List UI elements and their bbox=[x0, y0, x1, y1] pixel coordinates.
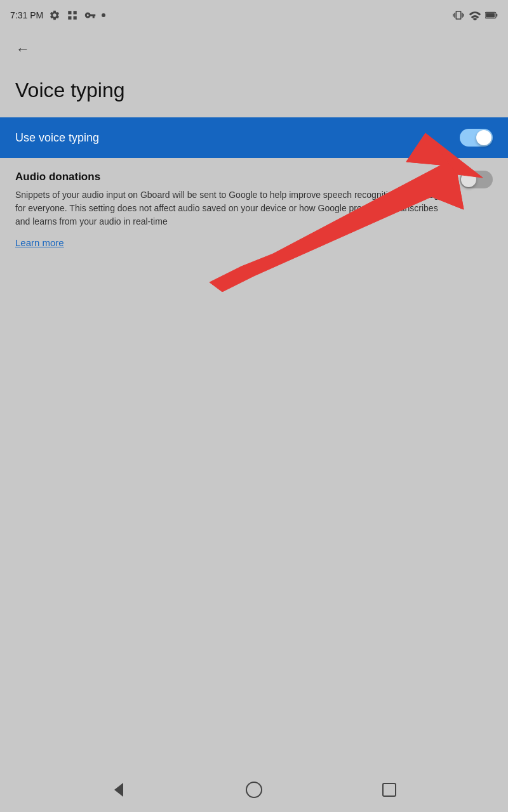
svg-rect-2 bbox=[496, 14, 497, 17]
status-dot bbox=[102, 13, 105, 17]
page-title: Voice typing bbox=[15, 79, 493, 102]
nav-recents-icon bbox=[382, 783, 396, 797]
nav-back-button[interactable] bbox=[105, 776, 133, 804]
nav-home-button[interactable] bbox=[240, 776, 268, 804]
audio-donations-title: Audio donations bbox=[15, 171, 450, 183]
nav-bar bbox=[0, 768, 508, 812]
gear-icon bbox=[48, 9, 61, 22]
status-bar-left: 7:31 PM bbox=[10, 9, 105, 22]
audio-donations-content: Audio donations Snippets of your audio i… bbox=[15, 171, 460, 249]
voice-typing-toggle[interactable] bbox=[460, 129, 493, 147]
back-arrow-icon: ← bbox=[16, 41, 30, 58]
status-bar-right bbox=[452, 9, 498, 22]
back-row: ← bbox=[0, 30, 508, 69]
svg-rect-1 bbox=[486, 13, 495, 18]
voice-typing-row[interactable]: Use voice typing bbox=[0, 117, 508, 158]
nav-home-icon bbox=[246, 782, 262, 798]
key-icon bbox=[84, 9, 97, 22]
audio-donations-row: Audio donations Snippets of your audio i… bbox=[15, 171, 493, 249]
audio-donations-toggle[interactable] bbox=[460, 171, 493, 188]
nav-recents-button[interactable] bbox=[375, 776, 403, 804]
wifi-icon bbox=[469, 9, 481, 22]
status-time: 7:31 PM bbox=[10, 10, 43, 20]
status-bar: 7:31 PM bbox=[0, 0, 508, 30]
grid-icon bbox=[66, 9, 79, 22]
battery-icon bbox=[485, 9, 498, 22]
audio-donations-description: Snippets of your audio input on Gboard w… bbox=[15, 188, 450, 228]
voice-typing-label: Use voice typing bbox=[15, 131, 99, 145]
back-button[interactable]: ← bbox=[10, 37, 36, 62]
vibrate-icon bbox=[452, 9, 465, 22]
audio-donations-section: Audio donations Snippets of your audio i… bbox=[0, 158, 508, 259]
learn-more-link[interactable]: Learn more bbox=[15, 237, 64, 248]
nav-back-icon bbox=[114, 783, 123, 797]
page-title-row: Voice typing bbox=[0, 69, 508, 117]
